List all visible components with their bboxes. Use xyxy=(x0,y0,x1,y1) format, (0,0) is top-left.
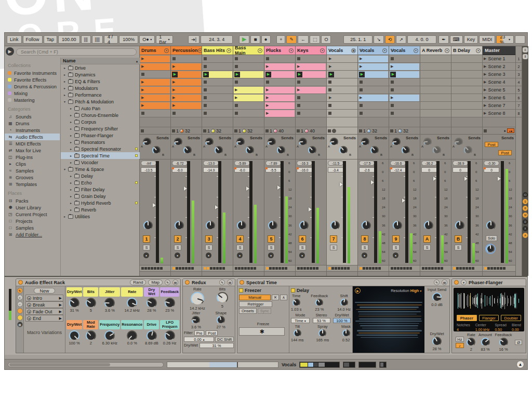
mode-button-phaser[interactable]: Phaser xyxy=(457,315,477,321)
send-b-knob[interactable] xyxy=(183,146,192,154)
browser-item[interactable]: ▸ Performance xyxy=(61,91,140,98)
clip-stop-button[interactable] xyxy=(204,81,207,84)
pan-knob[interactable] xyxy=(424,221,433,230)
new-button[interactable]: + xyxy=(276,35,285,44)
clip-slot[interactable] xyxy=(451,78,482,86)
clip-slot[interactable] xyxy=(202,94,233,102)
track-activator-button[interactable]: B xyxy=(455,235,462,243)
clip-stop-button[interactable] xyxy=(297,57,300,60)
fader-handle[interactable] xyxy=(153,203,156,207)
device-on-toggle[interactable] xyxy=(240,280,244,285)
shape-knob[interactable] xyxy=(217,316,225,324)
fader-handle[interactable] xyxy=(464,177,468,181)
scene-number[interactable]: 5 xyxy=(516,86,522,94)
volume-field[interactable]: -12.4 xyxy=(390,167,406,172)
track-options-icon[interactable]: ▾ xyxy=(445,48,449,53)
solo-button[interactable]: S xyxy=(299,245,306,250)
device-thumbnail-4[interactable] xyxy=(379,362,387,368)
clip-slot[interactable]: ▶ xyxy=(202,71,233,78)
delay-toggle[interactable] xyxy=(291,288,295,292)
scene-launch-button[interactable]: ▶ xyxy=(484,88,486,92)
track-header[interactable]: Vocals▾ xyxy=(389,46,420,55)
macro-knob[interactable] xyxy=(147,330,157,341)
track-activator-button[interactable]: 4 xyxy=(236,235,244,243)
scene-slot[interactable]: ▶Scene 1 xyxy=(483,55,515,63)
clip-slot[interactable] xyxy=(296,55,326,63)
scene-launch-button[interactable]: ▶ xyxy=(484,103,486,108)
clip-slot[interactable] xyxy=(296,94,326,102)
filter-pre-button[interactable]: Pre xyxy=(194,330,205,336)
fader-handle[interactable] xyxy=(402,198,405,203)
track-activator-button[interactable]: 7 xyxy=(330,235,337,243)
fader-lane[interactable] xyxy=(405,161,408,263)
clip-play-icon[interactable]: ▶ xyxy=(141,64,144,69)
fader-handle[interactable] xyxy=(215,205,218,209)
peak-level-display[interactable]: -13.0 xyxy=(203,161,219,166)
shift-knob[interactable] xyxy=(340,299,348,307)
expand-triangle-icon[interactable]: ▾ xyxy=(63,167,66,171)
mode-button-flanger[interactable]: Flanger xyxy=(479,315,499,321)
browser-item[interactable]: ▸ Spectral Time xyxy=(61,152,140,159)
track-activator-button[interactable]: 6 xyxy=(299,235,306,243)
tempo-field[interactable]: 100.00 xyxy=(58,35,80,44)
send-a-knob[interactable] xyxy=(392,138,401,146)
fader-lane[interactable] xyxy=(501,161,504,263)
clip-slot[interactable] xyxy=(389,110,420,117)
volume-field[interactable]: 0 xyxy=(484,167,499,172)
browser-item[interactable]: ▸ Vocoder xyxy=(61,159,140,166)
macro-add-button[interactable]: + xyxy=(17,295,23,300)
clip-slot[interactable]: ▶ xyxy=(264,110,295,117)
expand-triangle-icon[interactable]: ▸ xyxy=(63,73,66,76)
stop-all-clips-button[interactable] xyxy=(484,129,487,132)
volume-field[interactable]: -14.9 xyxy=(203,167,219,172)
clip-slot[interactable] xyxy=(327,78,357,86)
category-item-sounds[interactable]: ♫Sounds xyxy=(8,113,60,120)
track-activator-button[interactable]: 1 xyxy=(143,235,150,243)
volume-field[interactable]: -2.6 xyxy=(359,167,375,172)
clip-slot[interactable]: ▶ xyxy=(171,71,202,78)
stop-button[interactable]: ■ xyxy=(250,35,260,44)
track-options-icon[interactable]: ▾ xyxy=(382,48,387,53)
freezer-toggle[interactable] xyxy=(239,288,243,292)
clip-stop-button[interactable] xyxy=(204,88,207,91)
clip-slot[interactable]: ▶ xyxy=(140,78,170,86)
browser-item[interactable]: ▸ Frequency Shifter xyxy=(61,125,140,132)
solo-button[interactable]: S xyxy=(455,245,462,250)
send-b-knob[interactable] xyxy=(339,146,348,154)
expand-triangle-icon[interactable]: ▸ xyxy=(69,161,73,164)
clip-playing-icon[interactable]: ▶ xyxy=(203,72,209,77)
browser-collapse-button[interactable]: ▶ xyxy=(6,47,14,56)
send-a-knob[interactable] xyxy=(330,138,338,146)
expand-triangle-icon[interactable]: ▸ xyxy=(63,86,66,90)
clip-stop-button[interactable] xyxy=(391,88,394,91)
macro-knob[interactable] xyxy=(69,298,79,308)
macro-variation-row[interactable]: ●Break▶ xyxy=(25,301,63,308)
browser-item[interactable]: ▸ EQ & Filters xyxy=(61,78,140,85)
scene-launch-button[interactable]: ▶ xyxy=(484,72,486,76)
stop-all-track-clips-button[interactable] xyxy=(141,129,144,132)
track-header[interactable]: Percussion▾ xyxy=(171,46,202,55)
spray-knob[interactable] xyxy=(318,329,326,337)
solo-button[interactable]: S xyxy=(330,245,337,250)
clip-slot[interactable] xyxy=(296,78,326,86)
mixer-section-toggle-a[interactable]: A xyxy=(523,233,528,238)
send-b-knob[interactable] xyxy=(277,146,285,154)
clip-stop-button[interactable] xyxy=(141,73,144,76)
clip-slot[interactable]: ▶ xyxy=(358,63,389,71)
clip-slot[interactable]: ▶ xyxy=(140,94,170,102)
clip-play-icon[interactable]: ▶ xyxy=(266,96,269,100)
clip-slot[interactable] xyxy=(420,78,451,86)
track-options-icon[interactable]: ▾ xyxy=(289,48,294,53)
clip-stop-button[interactable] xyxy=(391,57,394,60)
clip-stop-button[interactable] xyxy=(297,112,300,115)
input-send-knob[interactable] xyxy=(432,292,442,302)
arm-button[interactable]: ● xyxy=(268,252,274,258)
clip-slot[interactable]: ▶ xyxy=(264,71,295,78)
stop-all-icon[interactable]: ▸ xyxy=(504,129,506,133)
tap-tempo-button[interactable]: Tap xyxy=(44,35,58,44)
master-header[interactable]: Master xyxy=(483,46,515,55)
macro-knob[interactable] xyxy=(86,330,96,341)
clip-slot[interactable]: ▶ xyxy=(171,63,202,71)
scene-number[interactable]: 3 xyxy=(516,71,522,78)
clip-stop-button[interactable] xyxy=(360,104,363,107)
